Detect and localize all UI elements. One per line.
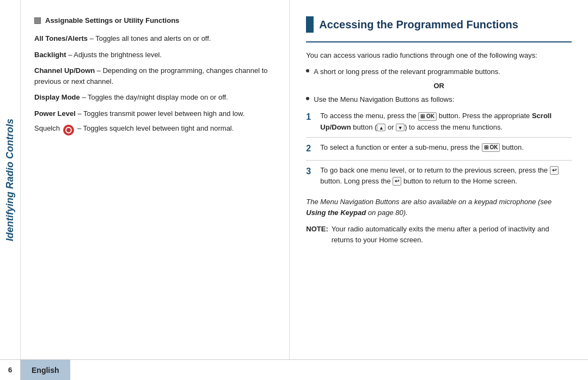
language-tab: English — [21, 360, 70, 380]
bullet-item-2: Use the Menu Navigation Buttons as follo… — [306, 94, 572, 105]
step-2: 2 To select a function or enter a sub-me… — [306, 142, 572, 161]
bullet-item-1: A short or long press of the relevant pr… — [306, 66, 572, 77]
desc-squelch: – Toggles squelch level between tight an… — [77, 124, 234, 132]
sidebar-label: Identifying Radio Controls — [0, 0, 21, 359]
squelch-icon — [63, 125, 74, 136]
main-content: Identifying Radio Controls Assignable Se… — [0, 0, 588, 359]
item-squelch: Squelch – Toggles squelch level between … — [34, 124, 275, 136]
right-content: You can access various radio functions t… — [306, 50, 572, 246]
step-3: 3 To go back one menu level, or to retur… — [306, 165, 572, 191]
note-label: NOTE: — [306, 224, 328, 246]
right-heading-container: Accessing the Programmed Functions — [306, 16, 572, 42]
item-display-mode: Display Mode – Toggles the day/night dis… — [34, 92, 275, 103]
step-3-text: To go back one menu level, or to return … — [320, 165, 572, 187]
ok-button-icon: ⊞ OK — [418, 112, 437, 121]
term-all-tones: All Tones/Alerts — [34, 34, 88, 42]
term-squelch: Squelch — [34, 124, 60, 132]
step-2-text: To select a function or enter a sub-menu… — [320, 142, 523, 153]
left-heading-text: Assignable Settings or Utility Functions — [45, 16, 179, 24]
step-2-num: 2 — [306, 142, 315, 156]
item-backlight: Backlight – Adjusts the brightness level… — [34, 50, 275, 60]
term-display-mode: Display Mode — [34, 93, 80, 101]
right-column: Accessing the Programmed Functions You c… — [290, 0, 588, 359]
blue-square-icon — [306, 16, 314, 33]
italic-note: The Menu Navigation Buttons are also ava… — [306, 197, 572, 218]
step-1: 1 To access the menu, press the ⊞ OK but… — [306, 111, 572, 137]
left-section-heading: Assignable Settings or Utility Functions — [34, 16, 275, 24]
desc-all-tones: – Toggles all tones and alerts on or off… — [88, 34, 211, 42]
step-3-num: 3 — [306, 165, 315, 179]
sidebar-title: Identifying Radio Controls — [4, 119, 16, 241]
right-heading-text: Accessing the Programmed Functions — [319, 19, 518, 31]
term-power-level: Power Level — [34, 109, 76, 118]
step-1-text: To access the menu, press the ⊞ OK butto… — [320, 111, 572, 132]
ok-button-icon-2: ⊞ OK — [482, 143, 500, 152]
scroll-up-icon: ▲ — [377, 124, 385, 131]
or-label: OR — [306, 82, 572, 90]
desc-power-level: – Toggles transmit power level between h… — [76, 109, 245, 118]
item-channel: Channel Up/Down – Depending on the progr… — [34, 65, 275, 87]
numbered-list: 1 To access the menu, press the ⊞ OK but… — [306, 111, 572, 191]
item-all-tones: All Tones/Alerts – Toggles all tones and… — [34, 33, 275, 44]
term-channel: Channel Up/Down — [34, 66, 95, 75]
small-square-icon — [34, 17, 41, 24]
page-number: 6 — [0, 360, 21, 380]
page-container: Identifying Radio Controls Assignable Se… — [0, 0, 588, 380]
note-text: Your radio automatically exits the menu … — [332, 224, 572, 246]
desc-display-mode: – Toggles the day/night display mode on … — [80, 93, 228, 101]
step-1-num: 1 — [306, 111, 315, 124]
scroll-down-icon: ▼ — [396, 124, 405, 131]
back-button-icon-2: ↩ — [393, 177, 401, 186]
intro-text: You can access various radio functions t… — [306, 50, 572, 61]
item-power-level: Power Level – Toggles transmit power lev… — [34, 108, 275, 119]
footer: 6 English — [0, 359, 588, 380]
left-column: Assignable Settings or Utility Functions… — [21, 0, 290, 359]
bullet-text-2: Use the Menu Navigation Buttons as follo… — [314, 94, 454, 105]
right-section-heading: Accessing the Programmed Functions — [306, 16, 572, 33]
back-button-icon-1: ↩ — [550, 166, 559, 175]
term-backlight: Backlight — [34, 51, 66, 59]
bullet-text-1: A short or long press of the relevant pr… — [314, 66, 500, 77]
bullet-dot-2 — [306, 97, 309, 100]
note-section: NOTE: Your radio automatically exits the… — [306, 224, 572, 246]
desc-backlight: – Adjusts the brightness level. — [66, 51, 162, 59]
italic-bold-text: Using the Keypad — [306, 209, 366, 217]
bullet-dot-1 — [306, 69, 309, 72]
